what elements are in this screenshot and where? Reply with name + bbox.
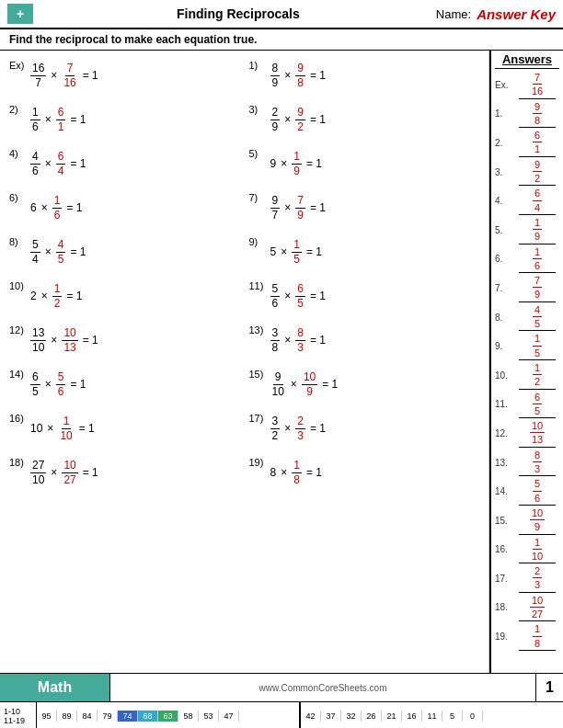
answer-19: 19. 18 xyxy=(495,622,559,651)
problem-14: 14) 65 × 56 = 1 xyxy=(9,365,240,404)
worksheet: Ex) 16 7 × 7 16 = 1 1) xyxy=(0,51,489,674)
footer: Math www.CommonCoreSheets.com 1 1-10 11-… xyxy=(0,673,563,728)
stat-32: 32 xyxy=(341,711,362,722)
answer-16: 16. 110 xyxy=(495,536,559,564)
answer-9: 9. 15 xyxy=(495,332,559,360)
problem-19: 19) 8 × 18 = 1 xyxy=(249,453,480,492)
answer-18: 18. 1027 xyxy=(495,594,559,622)
math-label: Math xyxy=(0,674,110,701)
problem-9: 9) 5 × 15 = 1 xyxy=(249,233,480,271)
problem-10: 10) 2 × 12 = 1 xyxy=(9,277,240,315)
problem-8: 8) 54 × 45 = 1 xyxy=(9,233,240,271)
header: + Finding Reciprocals Name: Answer Key xyxy=(0,0,563,29)
answer-2: 2. 61 xyxy=(495,129,559,157)
problem-12: 12) 1310 × 1013 = 1 xyxy=(9,321,240,359)
stat-53: 53 xyxy=(199,711,219,722)
problem-13: 13) 38 × 83 = 1 xyxy=(249,321,480,359)
problem-2: 2) 16 × 61 = 1 xyxy=(9,100,240,139)
answers-header: Answers xyxy=(495,52,559,69)
answer-11: 11. 65 xyxy=(495,391,559,419)
footer-stats: 1-10 11-19 95 89 84 79 74 68 63 58 53 47… xyxy=(0,701,563,728)
range-11-19: 11-19 xyxy=(4,716,36,725)
problem-11: 11) 56 × 65 = 1 xyxy=(249,277,480,315)
problem-15: 15) 910 × 109 = 1 xyxy=(249,365,480,404)
problem-4: 4) 46 × 64 = 1 xyxy=(9,144,240,183)
problem-17: 17) 32 × 23 = 1 xyxy=(249,409,480,448)
stat-89: 89 xyxy=(57,711,77,722)
problem-1: 1) 89 × 98 = 1 xyxy=(249,56,480,95)
stat-68: 68 xyxy=(138,711,158,722)
stats-cells-2: 42 37 32 26 21 16 11 5 0 xyxy=(301,702,563,728)
answer-10: 10. 12 xyxy=(495,361,559,390)
problems-grid: Ex) 16 7 × 7 16 = 1 1) xyxy=(9,54,479,492)
answers-column: Answers Ex. 7 16 1. 98 xyxy=(489,51,563,674)
stat-95: 95 xyxy=(37,711,57,722)
page-title: Finding Reciprocals xyxy=(40,6,436,21)
answer-7: 7. 79 xyxy=(495,274,559,302)
stat-47: 47 xyxy=(219,711,239,722)
problem-18: 18) 2710 × 1027 = 1 xyxy=(9,453,240,492)
answer-14: 14. 56 xyxy=(495,477,559,506)
stat-0: 0 xyxy=(463,711,483,722)
stat-11: 11 xyxy=(422,711,442,722)
ex-frac2: 7 16 xyxy=(62,62,77,89)
problem-16: 16) 10 × 110 = 1 xyxy=(9,409,240,448)
answer-ex: Ex. 7 16 xyxy=(495,71,559,99)
answer-5: 5. 19 xyxy=(495,216,559,245)
answer-4: 4. 64 xyxy=(495,187,559,215)
name-label: Name: xyxy=(436,7,471,21)
example-problem: Ex) 16 7 × 7 16 = 1 xyxy=(9,56,240,95)
example-label: Ex) xyxy=(9,56,26,71)
answer-3: 3. 92 xyxy=(495,158,559,187)
stat-79: 79 xyxy=(98,711,118,722)
problem-7: 7) 97 × 79 = 1 xyxy=(249,188,480,227)
stat-58: 58 xyxy=(178,711,199,722)
problem-6: 6) 6 × 16 = 1 xyxy=(9,188,240,227)
example-equation: 16 7 × 7 16 = 1 xyxy=(29,62,100,89)
range-1-10: 1-10 xyxy=(4,707,36,716)
stats-cells: 95 89 84 79 74 68 63 58 53 47 xyxy=(37,702,299,728)
stat-26: 26 xyxy=(362,711,382,722)
problem-5: 5) 9 × 19 = 1 xyxy=(249,144,480,183)
answer-6: 6. 16 xyxy=(495,245,559,274)
page-number: 1 xyxy=(535,674,563,701)
answer-key-label: Answer Key xyxy=(477,6,556,22)
stat-37: 37 xyxy=(321,711,341,722)
answer-12: 12. 1013 xyxy=(495,419,559,448)
footer-url: www.CommonCoreSheets.com xyxy=(110,683,535,693)
stat-16: 16 xyxy=(402,711,422,722)
main-content: Ex) 16 7 × 7 16 = 1 1) xyxy=(0,51,563,674)
logo-icon: + xyxy=(7,4,33,24)
problem-3: 3) 29 × 92 = 1 xyxy=(249,100,480,139)
answer-15: 15. 109 xyxy=(495,506,559,535)
ex-frac1: 16 7 xyxy=(30,62,46,89)
stat-63: 63 xyxy=(158,711,178,722)
stat-21: 21 xyxy=(382,711,402,722)
instructions: Find the reciprocal to make each equatio… xyxy=(0,29,563,51)
stat-42: 42 xyxy=(301,711,321,722)
footer-top: Math www.CommonCoreSheets.com 1 xyxy=(0,674,563,701)
answer-8: 8. 45 xyxy=(495,303,559,332)
stat-74: 74 xyxy=(118,711,138,722)
stat-5: 5 xyxy=(442,711,463,722)
answer-13: 13. 83 xyxy=(495,449,559,477)
stat-84: 84 xyxy=(77,711,98,722)
answer-17: 17. 23 xyxy=(495,564,559,593)
answer-1: 1. 98 xyxy=(495,100,559,129)
